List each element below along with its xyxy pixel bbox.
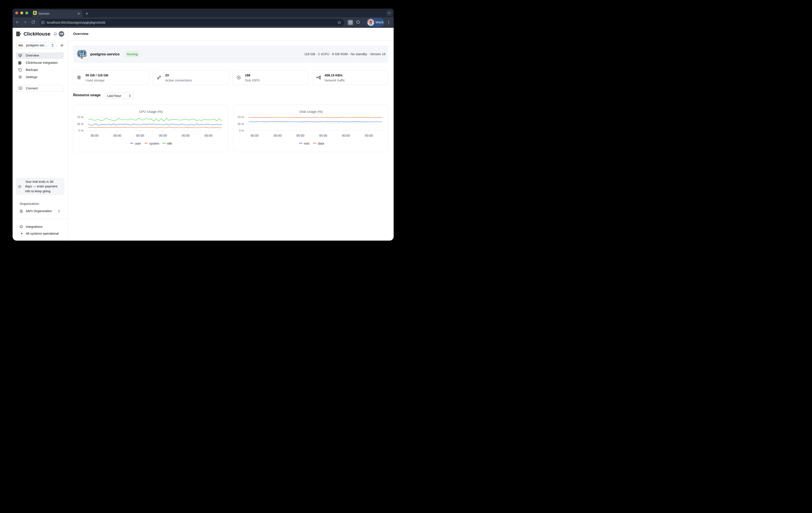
svg-text:root: root <box>304 142 309 145</box>
svg-text:35 %: 35 % <box>77 122 84 125</box>
svg-text:idle: idle <box>167 142 172 145</box>
svg-text:data: data <box>318 142 324 145</box>
svg-text:0 %: 0 % <box>79 129 84 132</box>
svg-text:00:00: 00:00 <box>342 134 350 137</box>
svg-text:00:00: 00:00 <box>91 134 98 137</box>
svg-text:00:00: 00:00 <box>159 134 167 137</box>
svg-text:aws: aws <box>19 44 23 46</box>
svg-text:00:00: 00:00 <box>251 134 258 137</box>
svg-text:00:00: 00:00 <box>113 134 121 137</box>
svg-text:00:00: 00:00 <box>365 134 373 137</box>
svg-text:70 %: 70 % <box>237 116 244 119</box>
svg-text:70 %: 70 % <box>77 116 84 119</box>
svg-text:00:00: 00:00 <box>273 134 282 137</box>
svg-text:00:00: 00:00 <box>319 134 327 137</box>
svg-text:CPU Usage (%): CPU Usage (%) <box>139 110 163 113</box>
svg-text:system: system <box>149 142 160 145</box>
svg-text:00:00: 00:00 <box>296 134 304 137</box>
svg-text:00:00: 00:00 <box>136 134 144 137</box>
svg-text:0 %: 0 % <box>239 129 244 132</box>
svg-text:user: user <box>135 142 141 145</box>
svg-text:Disk Usage (%): Disk Usage (%) <box>300 110 323 113</box>
svg-text:35 %: 35 % <box>237 122 244 125</box>
svg-text:00:00: 00:00 <box>182 134 190 137</box>
svg-text:00:00: 00:00 <box>205 134 212 137</box>
